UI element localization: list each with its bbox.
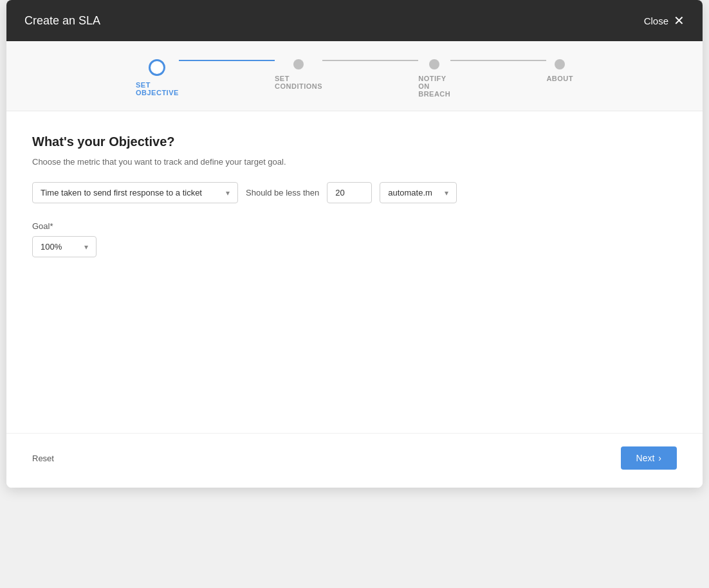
step-label-2: SET CONDITIONS <box>275 75 322 90</box>
step-line-1 <box>179 60 275 61</box>
next-label: Next <box>636 453 655 463</box>
step-notify-on-breach[interactable]: NOTIFY ON BREACH <box>418 59 450 98</box>
stepper-container: SET OBJECTIVE SET CONDITIONS NOTIFY ON B… <box>6 41 703 111</box>
goal-dropdown[interactable]: 100% ▾ <box>32 236 97 257</box>
step-label-3: NOTIFY ON BREACH <box>418 75 450 98</box>
close-icon: ✕ <box>674 13 685 28</box>
close-label: Close <box>644 15 668 26</box>
form-subtitle: Choose the metric that you want to track… <box>32 157 677 167</box>
next-arrow-icon: › <box>658 453 661 463</box>
step-circle-1 <box>149 59 165 76</box>
number-input[interactable] <box>327 182 372 203</box>
form-footer: Reset Next › <box>6 433 703 488</box>
goal-label: Goal* <box>32 221 677 231</box>
unit-chevron-icon: ▾ <box>445 188 448 198</box>
close-button[interactable]: Close ✕ <box>644 13 685 28</box>
form-title: What's your Objective? <box>32 134 677 149</box>
metric-row: Time taken to send first response to a t… <box>32 182 677 203</box>
next-button[interactable]: Next › <box>621 446 677 470</box>
step-line-3 <box>450 60 546 61</box>
step-about[interactable]: ABOUT <box>546 59 573 82</box>
step-label-1: SET OBJECTIVE <box>136 81 179 96</box>
metric-value: Time taken to send first response to a t… <box>41 188 202 198</box>
metric-dropdown[interactable]: Time taken to send first response to a t… <box>32 182 238 203</box>
step-line-2 <box>322 60 418 61</box>
step-set-objective[interactable]: SET OBJECTIVE <box>136 59 179 96</box>
unit-dropdown[interactable]: automate.m ▾ <box>380 182 457 203</box>
step-circle-4 <box>555 59 565 69</box>
goal-chevron-icon: ▾ <box>84 243 88 252</box>
modal-header: Create an SLA Close ✕ <box>6 0 703 41</box>
modal: Create an SLA Close ✕ SET OBJECTIVE SET <box>6 0 703 488</box>
modal-title: Create an SLA <box>24 14 100 28</box>
unit-value: automate.m <box>388 188 432 198</box>
step-circle-3 <box>429 59 439 69</box>
goal-value: 100% <box>41 242 62 252</box>
goal-section: Goal* 100% ▾ <box>32 221 677 257</box>
reset-button[interactable]: Reset <box>32 454 54 463</box>
step-label-4: ABOUT <box>546 75 573 82</box>
modal-overlay: Create an SLA Close ✕ SET OBJECTIVE SET <box>0 0 709 588</box>
form-area: What's your Objective? Choose the metric… <box>6 111 703 356</box>
step-circle-2 <box>293 59 304 69</box>
step-set-conditions[interactable]: SET CONDITIONS <box>275 59 322 90</box>
condition-label: Should be less then <box>246 188 319 198</box>
metric-chevron-icon: ▾ <box>226 188 230 198</box>
